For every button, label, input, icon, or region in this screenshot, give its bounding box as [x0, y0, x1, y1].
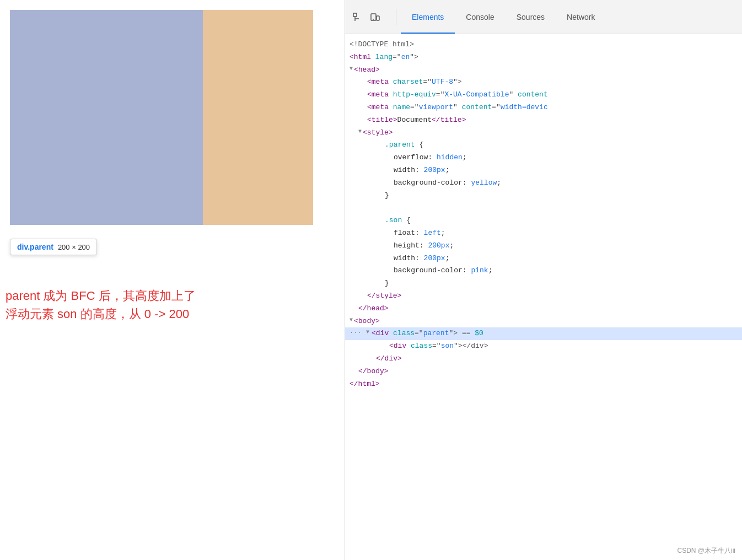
- tab-network[interactable]: Network: [556, 0, 606, 34]
- code-line: background-color: yellow;: [345, 177, 742, 190]
- code-line: <meta charset="UTF-8">: [345, 76, 742, 89]
- code-line: ▼<head>: [345, 64, 742, 77]
- tab-elements[interactable]: Elements: [401, 0, 455, 34]
- code-line: <div class="son"></div>: [345, 340, 742, 353]
- description-text: parent 成为 BFC 后，其高度加上了 浮动元素 son 的高度，从 0 …: [6, 287, 196, 323]
- code-line: }: [345, 190, 742, 202]
- code-line: .son {: [345, 214, 742, 227]
- code-line: [345, 202, 742, 214]
- svg-rect-4: [377, 16, 379, 20]
- element-tooltip: div.parent 200 × 200: [10, 239, 97, 255]
- code-line: <html lang="en">: [345, 51, 742, 64]
- left-panel: div.parent 200 × 200 parent 成为 BFC 后，其高度…: [0, 0, 345, 560]
- toolbar-separator: [396, 9, 396, 25]
- orange-box: [203, 10, 313, 225]
- code-line: <title>Document</title>: [345, 114, 742, 127]
- code-line: </div>: [345, 353, 742, 365]
- code-line: ▼<style>: [345, 127, 742, 139]
- code-panel[interactable]: <!DOCTYPE html> <html lang="en"> ▼<head>…: [345, 34, 742, 560]
- code-line: <meta http-equiv="X-UA-Compatible" conte…: [345, 89, 742, 101]
- inspector-icon[interactable]: [350, 9, 365, 25]
- tab-console[interactable]: Console: [455, 0, 505, 34]
- preview-area: div.parent 200 × 200: [10, 10, 330, 225]
- svg-rect-0: [353, 13, 357, 17]
- description-line2: 浮动元素 son 的高度，从 0 -> 200: [6, 305, 196, 323]
- code-line: overflow: hidden;: [345, 152, 742, 164]
- watermark: CSDN @木子牛八iii: [677, 546, 735, 556]
- code-line: </html>: [345, 378, 742, 391]
- tooltip-size: 200 × 200: [58, 243, 90, 251]
- code-line: .parent {: [345, 139, 742, 152]
- devtools-tabs: Elements Console Sources Network: [401, 0, 606, 34]
- code-line: background-color: pink;: [345, 265, 742, 277]
- device-toggle-icon[interactable]: [367, 9, 383, 25]
- devtools-toolbar: [350, 9, 383, 25]
- code-line: height: 200px;: [345, 240, 742, 252]
- code-line-highlighted: ··· ▼ <div class="parent"> == $0: [345, 327, 742, 340]
- tab-sources[interactable]: Sources: [506, 0, 556, 34]
- code-line: float: left;: [345, 227, 742, 240]
- code-line: </body>: [345, 365, 742, 378]
- code-line: ▼<body>: [345, 315, 742, 328]
- code-line: }: [345, 277, 742, 290]
- blue-box: [10, 10, 203, 225]
- tooltip-classname: div.parent: [17, 243, 53, 251]
- code-line: </head>: [345, 303, 742, 315]
- code-line: width: 200px;: [345, 164, 742, 177]
- description-line1: parent 成为 BFC 后，其高度加上了: [6, 287, 196, 305]
- code-line: <!DOCTYPE html>: [345, 39, 742, 51]
- code-line: </style>: [345, 290, 742, 303]
- code-line: width: 200px;: [345, 252, 742, 265]
- devtools-header: Elements Console Sources Network: [345, 0, 742, 34]
- devtools-panel: Elements Console Sources Network <!DOCTY…: [345, 0, 742, 560]
- code-line: <meta name="viewport" content="width=dev…: [345, 101, 742, 114]
